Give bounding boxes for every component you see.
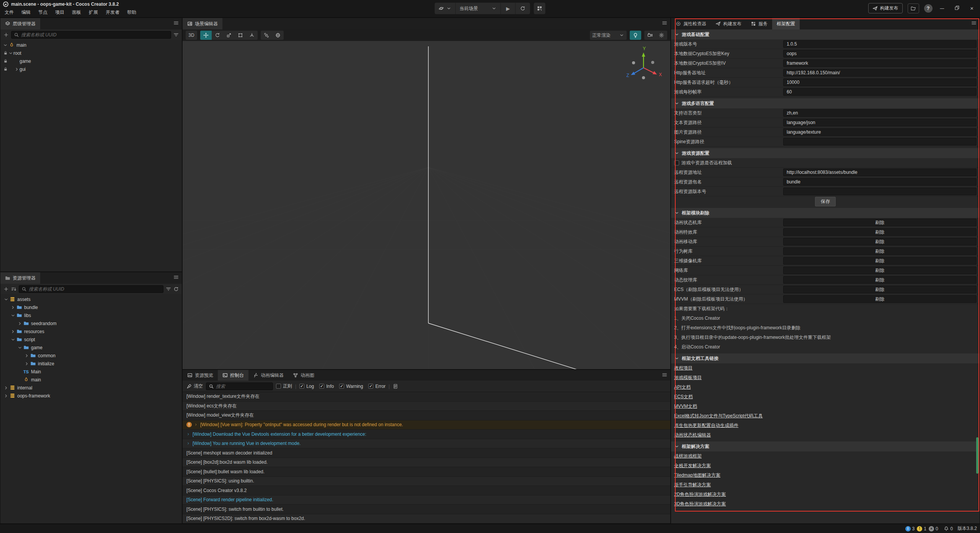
config-input[interactable]: [783, 59, 977, 67]
filter-Warning[interactable]: Warning: [339, 384, 363, 389]
doc-link[interactable]: 全栈开发解决方案: [674, 463, 711, 469]
config-input[interactable]: [783, 50, 977, 57]
filter-Log[interactable]: Log: [299, 384, 314, 389]
chevron-down-icon[interactable]: [10, 313, 16, 318]
doc-link[interactable]: 新手引导解决方案: [674, 482, 711, 488]
asset-node[interactable]: script: [0, 335, 182, 343]
log-entry[interactable]: [Scene] [bullet]:bullet wasm lib loaded.: [183, 467, 670, 477]
config-scrollbar-thumb[interactable]: [976, 437, 978, 474]
preview-qr-button[interactable]: [534, 3, 546, 14]
menu-item[interactable]: 文件: [1, 8, 18, 17]
asset-node[interactable]: TSMain: [0, 368, 182, 376]
hierarchy-node[interactable]: gui: [0, 65, 182, 73]
log-entry[interactable]: [Scene] meshopt wasm decoder initialized: [183, 448, 670, 458]
section-header[interactable]: 框架文档工具链接: [671, 353, 980, 363]
config-input[interactable]: [783, 69, 977, 77]
help-button[interactable]: ?: [924, 4, 933, 13]
refresh-assets-icon[interactable]: [173, 286, 179, 292]
log-entry[interactable]: [Window] You are running Vue in developm…: [183, 439, 670, 449]
asset-node[interactable]: libs: [0, 311, 182, 319]
section-header[interactable]: 游戏资源配置: [671, 148, 980, 158]
chevron-down-icon[interactable]: [8, 51, 13, 56]
section-header[interactable]: 框架模块剔除: [671, 208, 980, 218]
log-entry[interactable]: [Scene] Forward render pipeline initiali…: [183, 495, 670, 505]
scene-settings-button[interactable]: [656, 31, 667, 40]
filter-checkbox[interactable]: [339, 384, 344, 389]
chevron-right-icon[interactable]: [24, 353, 29, 358]
filter-checkbox[interactable]: [368, 384, 373, 389]
move-tool-button[interactable]: [200, 31, 212, 40]
preview-target-button[interactable]: [435, 3, 456, 14]
config-checkbox[interactable]: [674, 160, 679, 165]
lighting-toggle-button[interactable]: [630, 31, 641, 40]
chevron-down-icon[interactable]: [3, 43, 8, 48]
error-count[interactable]: × 0: [929, 526, 938, 531]
play-button[interactable]: ▶: [501, 3, 516, 14]
tab-hierarchy[interactable]: 层级管理器: [0, 18, 40, 29]
add-asset-button[interactable]: [3, 286, 9, 292]
remove-module-button[interactable]: 剔除: [783, 266, 977, 274]
chevron-right-icon[interactable]: [10, 329, 16, 334]
doc-link[interactable]: 原生包热更新配置自动生成插件: [674, 422, 738, 429]
rect-tool-button[interactable]: [235, 31, 246, 40]
coordinate-button[interactable]: [272, 31, 284, 40]
reload-button[interactable]: [516, 3, 530, 14]
scene-select-dropdown[interactable]: 当前场景: [456, 3, 501, 14]
assets-search-input[interactable]: [29, 286, 161, 292]
config-input[interactable]: [783, 119, 977, 126]
asset-node[interactable]: oops-framework: [0, 392, 182, 400]
chevron-right-icon[interactable]: [17, 321, 23, 326]
clear-console-button[interactable]: 清空: [186, 383, 203, 389]
remove-module-button[interactable]: 剔除: [783, 228, 977, 236]
warning-count[interactable]: ! 1: [917, 526, 926, 531]
sort-assets-icon[interactable]: [11, 286, 16, 292]
asset-node[interactable]: seedrandom: [0, 319, 182, 327]
filter-Info[interactable]: Info: [319, 384, 334, 389]
tab-scene-editor[interactable]: 场景编辑器: [183, 18, 222, 29]
chevron-down-icon[interactable]: [3, 297, 9, 302]
scale-tool-button[interactable]: [223, 31, 235, 40]
asset-node[interactable]: bundle: [0, 303, 182, 311]
expand-arrow-icon[interactable]: [186, 441, 190, 446]
doc-link[interactable]: 2D角色扮演游戏解决方案: [674, 491, 726, 498]
log-entry[interactable]: [Window] render_texture文件夹存在: [183, 392, 670, 402]
doc-link[interactable]: 战棋游戏框架: [674, 453, 702, 459]
remove-module-button[interactable]: 剔除: [783, 257, 977, 265]
menu-item[interactable]: 项目: [51, 8, 68, 17]
build-publish-button[interactable]: 构建发布: [868, 3, 903, 13]
config-input[interactable]: [783, 178, 977, 186]
filter-checkbox[interactable]: [299, 384, 304, 389]
hierarchy-menu-icon[interactable]: [173, 20, 179, 26]
menu-item[interactable]: 面板: [68, 8, 85, 17]
tab-assets[interactable]: 资源管理器: [0, 272, 40, 284]
log-entry[interactable]: [Window] model_view文件夹存在: [183, 411, 670, 420]
config-input[interactable]: [783, 109, 977, 117]
axis-gizmo[interactable]: Y X Z: [621, 44, 666, 90]
config-input[interactable]: [783, 168, 977, 176]
scene-menu-icon[interactable]: [662, 20, 667, 26]
doc-link[interactable]: 教程项目: [674, 365, 693, 371]
log-entry[interactable]: ![Window] [Vue warn]: Property "onInput"…: [183, 420, 670, 430]
gizmo-tool-button[interactable]: [246, 31, 258, 40]
chevron-right-icon[interactable]: [24, 361, 29, 366]
remove-module-button[interactable]: 剔除: [783, 247, 977, 255]
config-input[interactable]: [783, 78, 977, 86]
chevron-right-icon[interactable]: [3, 393, 9, 399]
rotate-tool-button[interactable]: [212, 31, 223, 40]
menu-item[interactable]: 帮助: [123, 8, 140, 17]
console-search-input[interactable]: [216, 384, 270, 389]
log-entry[interactable]: [Scene] [PHYSICS]: using builtin.: [183, 477, 670, 486]
assets-menu-icon[interactable]: [173, 275, 179, 280]
console-menu-icon[interactable]: [662, 372, 667, 378]
inspector-tab-服务[interactable]: 服务: [746, 18, 772, 29]
console-tab-动画图[interactable]: 动画图: [288, 370, 319, 381]
filter-checkbox[interactable]: [319, 384, 324, 389]
doc-link[interactable]: 动画状态机编辑器: [674, 432, 711, 438]
scene-viewport[interactable]: Y X Z: [183, 41, 670, 369]
chevron-right-icon[interactable]: [14, 67, 20, 72]
remove-module-button[interactable]: 剔除: [783, 295, 977, 303]
config-input[interactable]: [783, 40, 977, 48]
inspector-tab-构建发布[interactable]: 构建发布: [711, 18, 746, 29]
doc-link[interactable]: API文档: [674, 384, 691, 391]
config-input[interactable]: [783, 128, 977, 136]
